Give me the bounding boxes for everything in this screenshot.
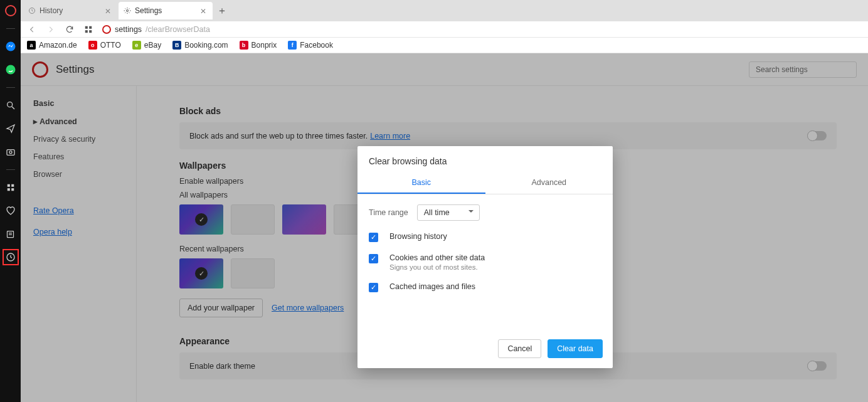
option-label: Cached images and files [389, 282, 475, 291]
messenger-icon[interactable] [4, 40, 18, 53]
whatsapp-icon[interactable] [4, 63, 18, 77]
checkbox-icon[interactable]: ✓ [369, 254, 378, 263]
rail-divider [6, 87, 15, 88]
site-icon: f [288, 41, 297, 50]
svg-rect-18 [85, 30, 88, 33]
tab-label: History [40, 6, 63, 15]
svg-rect-9 [11, 188, 14, 191]
tab-label: Settings [135, 6, 162, 15]
bookmark-label: Booking.com [184, 41, 228, 50]
clear-data-button[interactable]: Clear data [548, 339, 603, 358]
option-label: Browsing history [389, 232, 447, 241]
bookmark-label: eBay [144, 41, 161, 50]
option-sublabel: Signs you out of most sites. [389, 263, 485, 271]
bookmark-item[interactable]: fFacebook [288, 41, 333, 50]
dialog-footer: Cancel Clear data [357, 329, 613, 368]
tab-history[interactable]: History ✕ [23, 2, 117, 19]
time-range-select[interactable]: All time [417, 204, 480, 221]
svg-rect-16 [85, 26, 88, 28]
apps-icon[interactable] [4, 181, 18, 194]
cancel-button[interactable]: Cancel [498, 339, 541, 358]
news-icon[interactable] [4, 227, 18, 241]
send-icon[interactable] [4, 122, 18, 135]
tabstrip: History ✕ Settings ✕ ＋ [21, 0, 868, 21]
option-label: Cookies and other site data [389, 253, 485, 262]
speed-dial-button[interactable] [83, 24, 93, 34]
back-button[interactable] [27, 24, 37, 34]
bookmark-item[interactable]: eeBay [132, 41, 161, 50]
close-icon[interactable]: ✕ [200, 7, 208, 14]
site-icon: o [88, 41, 97, 50]
rail-divider [6, 28, 15, 29]
site-icon: b [240, 41, 248, 50]
dialog-tabs: Basic Advanced [357, 172, 613, 194]
tab-basic[interactable]: Basic [357, 172, 485, 194]
bookmark-item[interactable]: BBooking.com [172, 41, 228, 50]
time-range-label: Time range [369, 208, 408, 217]
svg-point-5 [9, 151, 12, 154]
url-path: /clearBrowserData [146, 25, 210, 34]
left-rail [0, 0, 21, 402]
svg-line-3 [12, 107, 14, 109]
svg-rect-17 [89, 26, 92, 28]
bookmark-item[interactable]: aAmazon.de [27, 41, 77, 50]
rail-divider [6, 169, 15, 170]
forward-button[interactable] [46, 24, 56, 34]
bookmark-label: Bonprix [251, 41, 277, 50]
clear-data-dialog: Clear browsing data Basic Advanced Time … [357, 146, 613, 368]
bookmark-label: Facebook [300, 41, 333, 50]
new-tab-button[interactable]: ＋ [214, 3, 230, 19]
close-icon[interactable]: ✕ [105, 7, 112, 14]
svg-rect-6 [7, 184, 9, 187]
bookmark-item[interactable]: oOTTO [88, 41, 121, 50]
gear-icon [124, 7, 131, 14]
heart-icon[interactable] [4, 204, 18, 218]
tab-advanced[interactable]: Advanced [485, 172, 613, 194]
bookmark-label: Amazon.de [39, 41, 77, 50]
opera-icon[interactable] [4, 4, 18, 18]
svg-point-2 [7, 102, 12, 107]
checkbox-icon[interactable]: ✓ [369, 283, 378, 292]
option-cookies[interactable]: ✓ Cookies and other site data Signs you … [369, 253, 601, 271]
site-icon: B [172, 41, 181, 50]
svg-rect-4 [7, 150, 14, 156]
toolbar: settings/clearBrowserData [21, 21, 868, 38]
svg-point-1 [6, 65, 15, 75]
svg-point-15 [127, 10, 129, 12]
camera-icon[interactable] [4, 145, 18, 159]
reload-button[interactable] [65, 24, 75, 34]
site-icon: a [27, 41, 36, 50]
svg-rect-8 [7, 188, 9, 191]
site-icon: e [132, 41, 141, 50]
opera-icon [102, 25, 111, 34]
tab-settings[interactable]: Settings ✕ [119, 2, 213, 19]
bookmark-bar: aAmazon.de oOTTO eeBay BBooking.com bBon… [21, 38, 868, 53]
address-bar[interactable]: settings/clearBrowserData [102, 25, 862, 34]
svg-rect-19 [89, 30, 92, 33]
search-icon[interactable] [4, 98, 18, 112]
dialog-title: Clear browsing data [357, 146, 613, 172]
svg-rect-7 [11, 184, 14, 187]
option-cached[interactable]: ✓ Cached images and files [369, 282, 601, 292]
checkbox-icon[interactable]: ✓ [369, 233, 378, 242]
history-icon [28, 7, 36, 14]
url-host: settings [115, 25, 142, 34]
bookmark-label: OTTO [100, 41, 121, 50]
history-icon[interactable] [4, 250, 18, 264]
option-browsing-history[interactable]: ✓ Browsing history [369, 232, 601, 242]
dialog-body: Time range All time ✓ Browsing history ✓… [357, 194, 613, 329]
bookmark-item[interactable]: bBonprix [240, 41, 277, 50]
